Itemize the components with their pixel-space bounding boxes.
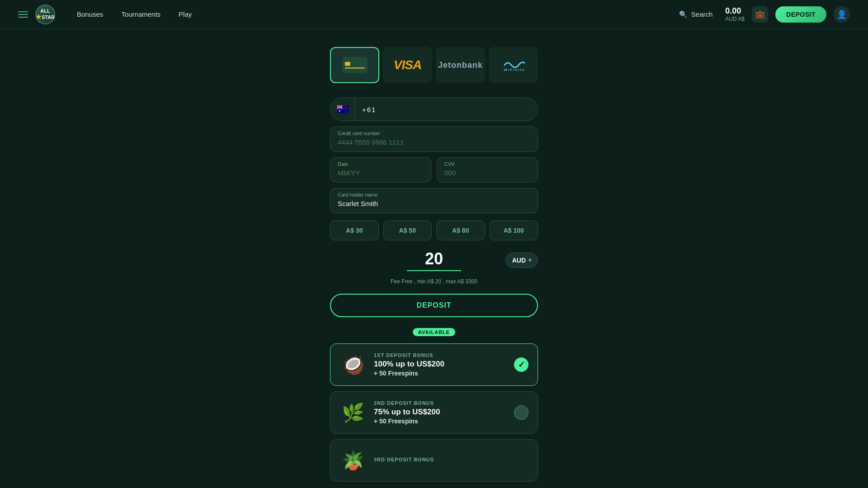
preset-100[interactable]: A$ 100 xyxy=(490,221,538,240)
bonus-icon-2: 🌿 xyxy=(340,399,367,426)
deposit-form: 🇦🇺 Credit card number Date CVV xyxy=(330,98,538,317)
nav-deposit-button[interactable]: DEPOSIT xyxy=(775,6,826,23)
bonus-info-1: 1ST DEPOSIT BONUS 100% up to US$200 + 50… xyxy=(374,352,507,377)
nav-play[interactable]: Play xyxy=(171,7,199,22)
navbar: ALL ★STAR Bonuses Tournaments Play 🔍 Sea… xyxy=(0,0,868,29)
site-logo[interactable]: ALL ★STAR xyxy=(35,5,55,24)
user-icon[interactable]: 👤 xyxy=(834,6,850,23)
visa-logo: VISA xyxy=(394,58,421,72)
amount-presets: A$ 30 A$ 50 A$ 80 A$ 100 xyxy=(330,221,538,240)
phone-field-row: 🇦🇺 xyxy=(330,98,538,121)
bonus-info-2: 2ND DEPOSIT BONUS 75% up to US$200 + 50 … xyxy=(374,400,507,425)
jetonbank-logo: Jetonbank xyxy=(438,61,483,70)
search-label: Search xyxy=(691,10,713,18)
svg-text:MiFinity: MiFinity xyxy=(504,68,525,71)
cvv-field: CVV xyxy=(437,157,538,183)
bonus-desc-1: + 50 Freespins xyxy=(374,370,507,377)
credit-card-input[interactable] xyxy=(330,127,538,151)
preset-80[interactable]: A$ 80 xyxy=(436,221,485,240)
bonus-info-3: 3RD DEPOSIT BONUS xyxy=(374,457,528,464)
search-button[interactable]: 🔍 Search xyxy=(674,7,718,22)
bonus-subtitle-3: 3RD DEPOSIT BONUS xyxy=(374,457,528,462)
australia-flag: 🇦🇺 xyxy=(336,103,349,115)
currency-label: AUD xyxy=(512,257,526,264)
search-icon: 🔍 xyxy=(679,10,688,19)
bonus-radio-2 xyxy=(514,405,528,420)
bonus-subtitle-2: 2ND DEPOSIT BONUS xyxy=(374,400,507,406)
credit-card-field: Credit card number xyxy=(330,127,538,152)
balance-display: 0.00 AUD A$ xyxy=(725,6,745,22)
payment-tab-mifinity[interactable]: MiFinity xyxy=(489,47,538,83)
phone-input[interactable] xyxy=(355,106,538,113)
main-content: VISA Jetonbank MiFinity 🇦🇺 xyxy=(0,29,868,488)
nav-right: 🔍 Search 0.00 AUD A$ 💼 DEPOSIT 👤 xyxy=(674,6,850,23)
bonus-icon-1: 🥥 xyxy=(340,351,367,378)
nav-bonuses[interactable]: Bonuses xyxy=(70,7,110,22)
deposit-container: VISA Jetonbank MiFinity 🇦🇺 xyxy=(330,47,538,482)
available-tag: AVAILABLE xyxy=(413,328,455,336)
wallet-icon[interactable]: 💼 xyxy=(752,6,768,23)
preset-50[interactable]: A$ 50 xyxy=(383,221,432,240)
cvv-input[interactable] xyxy=(437,158,538,182)
available-badge: AVAILABLE xyxy=(330,328,538,336)
chevron-down-icon: ▾ xyxy=(528,257,531,263)
balance-amount: 0.00 xyxy=(725,6,745,16)
bonus-card-1[interactable]: 🥥 1ST DEPOSIT BONUS 100% up to US$200 + … xyxy=(330,343,538,386)
payment-tab-jetonbank[interactable]: Jetonbank xyxy=(436,47,485,83)
bonus-icon-3: 🪴 xyxy=(340,447,367,474)
hamburger-menu[interactable] xyxy=(18,11,28,18)
preset-30[interactable]: A$ 30 xyxy=(330,221,379,240)
bonus-desc-2: + 50 Freespins xyxy=(374,418,507,425)
cardholder-input[interactable] xyxy=(330,188,538,213)
deposit-button[interactable]: DEPOSIT xyxy=(330,294,538,317)
card-icon xyxy=(342,57,368,73)
bonus-card-2[interactable]: 🌿 2ND DEPOSIT BONUS 75% up to US$200 + 5… xyxy=(330,391,538,434)
bonus-title-1: 100% up to US$200 xyxy=(374,360,507,369)
date-input[interactable] xyxy=(330,158,431,182)
bonus-subtitle-1: 1ST DEPOSIT BONUS xyxy=(374,352,507,358)
cardholder-field: Card holder name xyxy=(330,188,538,213)
date-cvv-row: Date CVV xyxy=(330,157,538,183)
bonus-card-3[interactable]: 🪴 3RD DEPOSIT BONUS xyxy=(330,439,538,482)
amount-row: AUD ▾ xyxy=(330,249,538,271)
currency-selector[interactable]: AUD ▾ xyxy=(505,253,538,268)
payment-tab-visa[interactable]: VISA xyxy=(383,47,432,83)
mifinity-logo: MiFinity xyxy=(502,59,525,71)
bonus-title-2: 75% up to US$200 xyxy=(374,408,507,417)
bonus-check-icon-1: ✓ xyxy=(514,357,528,372)
nav-tournaments[interactable]: Tournaments xyxy=(114,7,168,22)
balance-currency: AUD A$ xyxy=(725,16,745,22)
amount-input[interactable] xyxy=(407,249,461,271)
payment-tab-card[interactable] xyxy=(330,47,379,83)
nav-links: Bonuses Tournaments Play xyxy=(70,7,199,22)
fee-info: Fee Free , min A$ 20 , max A$ 3300 xyxy=(330,278,538,285)
bonus-section: AVAILABLE 🥥 1ST DEPOSIT BONUS 100% up to… xyxy=(330,328,538,482)
date-field: Date xyxy=(330,157,431,183)
payment-tabs: VISA Jetonbank MiFinity xyxy=(330,47,538,83)
country-flag-button[interactable]: 🇦🇺 xyxy=(330,98,355,121)
